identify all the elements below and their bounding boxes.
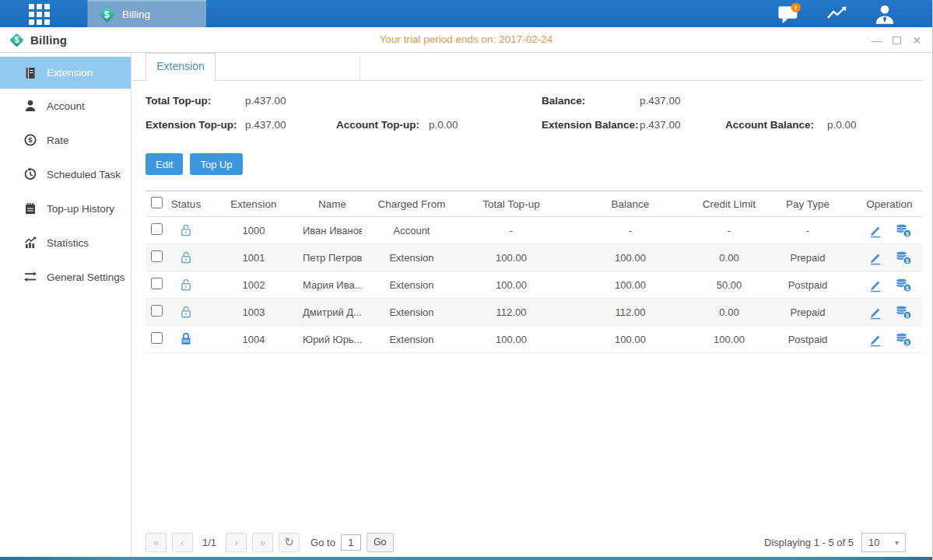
table-row: 1000 Иван Иванов Account - - - - xyxy=(146,217,922,244)
maximize-button[interactable] xyxy=(893,37,901,44)
col-total-topup: Total Top-up xyxy=(461,191,561,217)
minimize-button[interactable]: — xyxy=(871,35,882,46)
tab-extension[interactable]: Extension xyxy=(146,53,216,81)
pagination-bar: « ‹ 1/1 › » ↻ Go to Go Displaying 1 - 5 … xyxy=(146,532,906,552)
sidebar-item-label: Rate xyxy=(47,135,69,146)
extension-balance-label: Extension Balance: xyxy=(542,119,640,131)
total-topup-value: p.437.00 xyxy=(245,95,336,107)
titlebar: $ Billing Your trial period ends on: 201… xyxy=(0,27,932,53)
cell-pay-type: - xyxy=(759,217,857,244)
edit-row-icon[interactable] xyxy=(868,305,883,320)
app-window: $ Billing ! xyxy=(0,0,933,560)
edit-row-icon[interactable] xyxy=(868,250,883,265)
cell-name: Мария Ива... xyxy=(303,271,362,299)
table-row: 1002 Мария Ива... Extension 100.00 100.0… xyxy=(146,271,922,299)
displaying-text: Displaying 1 - 5 of 5 xyxy=(764,537,854,548)
sidebar-item-topup-history[interactable]: Top-up History xyxy=(0,191,131,226)
cell-balance: 112.00 xyxy=(561,299,700,326)
messages-icon[interactable]: ! xyxy=(777,4,802,24)
row-checkbox[interactable] xyxy=(151,223,163,235)
sidebar: Extension Account $ Rate Scheduled Task xyxy=(0,53,132,557)
sidebar-item-label: General Settings xyxy=(47,271,125,283)
go-button[interactable]: Go xyxy=(367,533,394,552)
taskbar-tab-billing[interactable]: $ Billing xyxy=(87,0,206,27)
sidebar-item-rate[interactable]: $ Rate xyxy=(0,123,131,157)
svg-text:$: $ xyxy=(28,135,33,144)
cell-credit-limit: 100.00 xyxy=(700,326,759,353)
cell-pay-type: Postpaid xyxy=(759,326,857,353)
sidebar-item-label: Extension xyxy=(47,67,93,79)
edit-button[interactable]: Edit xyxy=(146,153,183,175)
sidebar-item-general-settings[interactable]: General Settings xyxy=(0,260,131,294)
cell-extension: 1001 xyxy=(205,244,303,271)
tabstrip: Extension xyxy=(132,53,932,81)
cell-credit-limit: - xyxy=(700,217,759,244)
edit-row-icon[interactable] xyxy=(868,332,883,347)
topup-button[interactable]: Top Up xyxy=(190,153,242,175)
col-charged-from: Charged From xyxy=(362,191,461,217)
svg-text:$: $ xyxy=(906,285,909,292)
edit-row-icon[interactable] xyxy=(868,223,883,238)
cell-charged-from: Extension xyxy=(362,299,461,326)
app-grid-icon[interactable] xyxy=(29,4,50,25)
goto-label: Go to xyxy=(310,537,335,548)
refresh-button[interactable]: ↻ xyxy=(279,533,300,552)
next-page-button[interactable]: › xyxy=(226,533,247,552)
topup-row-icon[interactable]: $ xyxy=(895,304,912,320)
goto-page-input[interactable] xyxy=(341,534,361,551)
extensions-table: Status Extension Name Charged From Total… xyxy=(146,191,922,353)
tabstrip-divider xyxy=(360,54,360,80)
status-locked-icon xyxy=(178,331,194,347)
extension-topup-label: Extension Top-up: xyxy=(146,119,245,131)
table-header-row: Status Extension Name Charged From Total… xyxy=(146,191,922,217)
svg-text:$: $ xyxy=(906,231,909,237)
taskbar: $ Billing ! xyxy=(0,0,932,27)
general-settings-icon xyxy=(23,270,37,284)
reports-icon[interactable] xyxy=(825,4,850,24)
user-icon[interactable] xyxy=(872,4,897,24)
sidebar-item-account[interactable]: Account xyxy=(0,89,131,123)
page-size-value: 10 xyxy=(868,537,879,548)
account-balance-label: Account Balance: xyxy=(725,119,827,131)
prev-page-button[interactable]: ‹ xyxy=(172,533,193,552)
topup-row-icon[interactable]: $ xyxy=(895,331,912,347)
col-name: Name xyxy=(303,191,362,217)
statistics-icon xyxy=(23,236,37,250)
cell-pay-type: Prepaid xyxy=(759,244,857,271)
balance-label: Balance: xyxy=(542,95,640,107)
row-checkbox[interactable] xyxy=(151,250,163,262)
row-checkbox[interactable] xyxy=(151,332,163,344)
extension-topup-value: p.437.00 xyxy=(245,119,336,131)
sidebar-item-label: Account xyxy=(47,100,85,112)
topup-row-icon[interactable]: $ xyxy=(895,222,912,238)
balance-value: p.437.00 xyxy=(640,95,725,107)
trial-notice: Your trial period ends on: 2017-02-24 xyxy=(0,27,932,52)
main-content: Extension Total Top-up: p.437.00 Balance… xyxy=(132,53,932,557)
sidebar-item-statistics[interactable]: Statistics xyxy=(0,226,131,260)
edit-row-icon[interactable] xyxy=(868,278,883,292)
cell-extension: 1000 xyxy=(205,217,303,244)
cell-extension: 1002 xyxy=(205,271,303,299)
sidebar-item-scheduled-task[interactable]: Scheduled Task xyxy=(0,157,131,191)
sidebar-item-extension[interactable]: Extension xyxy=(0,57,131,89)
page-size-select[interactable]: 10 ▾ xyxy=(861,533,906,552)
cell-name: Петр Петров xyxy=(303,244,362,271)
taskbar-icons: ! xyxy=(777,0,897,27)
close-button[interactable]: ✕ xyxy=(912,35,921,46)
taskbar-tab-label: Billing xyxy=(122,9,150,20)
last-page-button[interactable]: » xyxy=(252,533,273,552)
sidebar-item-label: Top-up History xyxy=(47,203,114,215)
cell-name: Юрий Юрь... xyxy=(303,326,362,353)
cell-balance: 100.00 xyxy=(561,271,700,299)
first-page-button[interactable]: « xyxy=(146,533,167,552)
select-all-checkbox[interactable] xyxy=(151,197,163,208)
cell-charged-from: Extension xyxy=(362,271,461,299)
col-status: Status xyxy=(167,191,205,217)
row-checkbox[interactable] xyxy=(151,305,163,317)
cell-name: Дмитрий Д... xyxy=(303,299,362,326)
cell-charged-from: Extension xyxy=(362,244,461,271)
row-checkbox[interactable] xyxy=(151,278,163,289)
topup-row-icon[interactable]: $ xyxy=(895,277,912,292)
account-icon xyxy=(23,99,37,113)
topup-row-icon[interactable]: $ xyxy=(895,250,912,265)
